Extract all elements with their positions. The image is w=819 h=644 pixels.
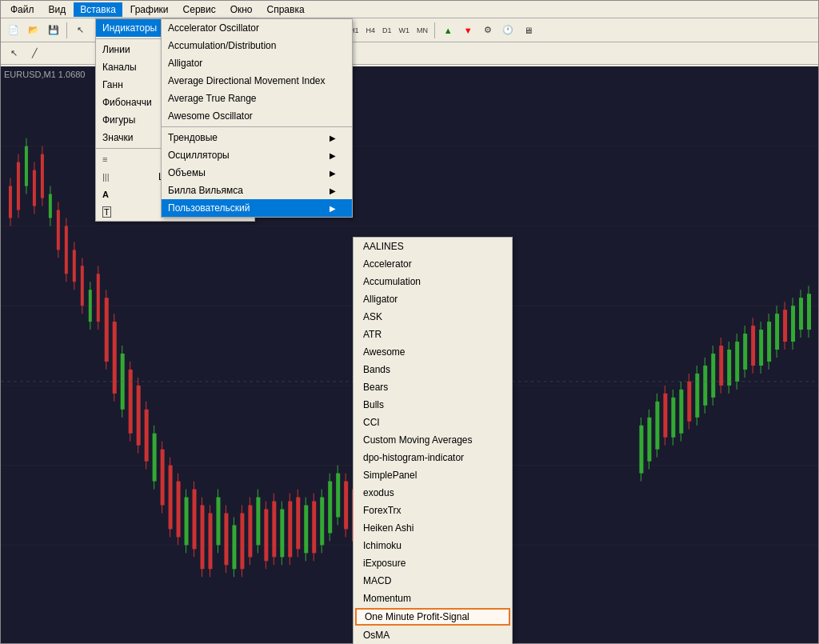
ind-trending-label: Трендовые xyxy=(168,132,218,143)
ind-sep xyxy=(162,126,352,127)
ind-accumulation-label: Accumulation/Distribution xyxy=(168,40,276,51)
ind-accelerator-label: Accelerator Oscillator xyxy=(168,22,259,34)
fibonacci-label: Фибоначчи xyxy=(102,97,152,108)
buy-btn[interactable]: ▲ xyxy=(438,21,457,40)
custom-item-1[interactable]: Accelerator xyxy=(354,255,512,273)
menu-bar: Файл Вид Вставка Графики Сервис Окно Спр… xyxy=(1,1,818,18)
custom-item-8[interactable]: Bears xyxy=(354,378,512,396)
custom-arrow: ▶ xyxy=(330,204,336,213)
icons-label: Значки xyxy=(102,132,134,143)
pitchfork-icon: ≡ xyxy=(102,154,107,164)
tf-w1[interactable]: W1 xyxy=(396,21,413,40)
custom-item-7[interactable]: Bands xyxy=(354,361,512,378)
ind-billswilliams-label: Билла Вильямса xyxy=(168,185,243,196)
toolbar-group-right: ▲ ▼ ⚙ 🕐 🖥 xyxy=(438,21,537,40)
chart-label: EURUSD,M1 1.0680 xyxy=(4,70,86,79)
indicators-label: Индикаторы xyxy=(102,22,157,34)
sep-5 xyxy=(434,22,435,38)
menu-charts[interactable]: Графики xyxy=(124,2,175,17)
custom-submenu: AALINESAcceleratorAccumulationAlligatorA… xyxy=(353,237,513,644)
ind-accelerator[interactable]: Accelerator Oscillator xyxy=(162,19,352,37)
custom-item-19[interactable]: MACD xyxy=(354,572,512,590)
ind-admi-label: Average Directional Movement Index xyxy=(168,75,326,86)
custom-item-4[interactable]: ASK xyxy=(354,308,512,326)
ind-awesome[interactable]: Awesome Oscillator xyxy=(162,107,352,125)
textlabel-icon: T xyxy=(102,206,111,218)
custom-item-12[interactable]: dpo-histogram-indicator xyxy=(354,449,512,466)
tf-h4[interactable]: H4 xyxy=(363,21,379,40)
custom-item-14[interactable]: exodus xyxy=(354,484,512,502)
menu-window[interactable]: Окно xyxy=(224,2,259,17)
ind-volumes-label: Объемы xyxy=(168,167,206,178)
draw-line[interactable]: ╱ xyxy=(25,44,44,63)
volumes-arrow: ▶ xyxy=(330,169,336,178)
ind-awesome-label: Awesome Oscillator xyxy=(168,110,253,122)
custom-item-0[interactable]: AALINES xyxy=(354,238,512,255)
menu-file[interactable]: Файл xyxy=(4,2,41,17)
ind-alligator-label: Alligator xyxy=(168,58,202,69)
ind-oscillators[interactable]: Осцилляторы ▶ xyxy=(162,146,352,164)
text-icon: A xyxy=(102,190,109,199)
custom-item-17[interactable]: Ichimoku xyxy=(354,537,512,554)
custom-item-2[interactable]: Accumulation xyxy=(354,273,512,290)
menu-service[interactable]: Сервис xyxy=(177,2,222,17)
toolbar-group-1: 📄 📂 💾 xyxy=(4,21,63,40)
ind-oscillators-label: Осцилляторы xyxy=(168,150,230,161)
tf-mn[interactable]: MN xyxy=(413,21,431,40)
channels-label: Каналы xyxy=(102,62,137,73)
figures-label: Фигуры xyxy=(102,114,135,126)
menu-help[interactable]: Справка xyxy=(261,2,311,17)
clock-btn[interactable]: 🕐 xyxy=(498,21,517,40)
custom-item-21[interactable]: One Minute Profit-Signal xyxy=(355,608,510,626)
ind-trending[interactable]: Трендовые ▶ xyxy=(162,129,352,146)
cycle-icon: ||| xyxy=(102,172,110,182)
monitor-btn[interactable]: 🖥 xyxy=(518,21,537,40)
sep-1 xyxy=(66,22,67,38)
draw-cursor[interactable]: ↖ xyxy=(4,44,23,63)
custom-item-18[interactable]: iExposure xyxy=(354,554,512,572)
custom-item-13[interactable]: SimplePanel xyxy=(354,466,512,484)
save-btn[interactable]: 💾 xyxy=(44,21,63,40)
sell-btn[interactable]: ▼ xyxy=(458,21,477,40)
custom-item-5[interactable]: ATR xyxy=(354,326,512,343)
custom-item-16[interactable]: Heiken Ashi xyxy=(354,519,512,537)
custom-item-3[interactable]: Alligator xyxy=(354,290,512,308)
cursor-btn[interactable]: ↖ xyxy=(70,21,90,40)
indicators-submenu: Accelerator Oscillator Accumulation/Dist… xyxy=(161,18,353,218)
menu-view[interactable]: Вид xyxy=(42,2,73,17)
settings-btn[interactable]: ⚙ xyxy=(478,21,497,40)
ind-bills-williams[interactable]: Билла Вильямса ▶ xyxy=(162,182,352,199)
custom-item-20[interactable]: Momentum xyxy=(354,590,512,607)
custom-item-9[interactable]: Bulls xyxy=(354,396,512,414)
gann-label: Ганн xyxy=(102,79,123,90)
ind-alligator[interactable]: Alligator xyxy=(162,54,352,72)
ind-custom-label: Пользовательский xyxy=(168,202,250,214)
custom-item-11[interactable]: Custom Moving Averages xyxy=(354,431,512,449)
new-chart-btn[interactable]: 📄 xyxy=(4,21,23,40)
open-btn[interactable]: 📂 xyxy=(24,21,43,40)
oscillators-arrow: ▶ xyxy=(330,151,336,160)
menu-insert[interactable]: Вставка xyxy=(74,2,122,17)
ind-atr-label: Average True Range xyxy=(168,93,257,104)
tf-d1[interactable]: D1 xyxy=(379,21,395,40)
ind-volumes[interactable]: Объемы ▶ xyxy=(162,164,352,182)
custom-item-6[interactable]: Awesome xyxy=(354,343,512,361)
custom-item-15[interactable]: ForexTrx xyxy=(354,502,512,519)
ind-admi[interactable]: Average Directional Movement Index xyxy=(162,72,352,90)
custom-item-10[interactable]: CCI xyxy=(354,414,512,431)
main-window: Файл Вид Вставка Графики Сервис Окно Спр… xyxy=(0,0,819,644)
billswilliams-arrow: ▶ xyxy=(330,186,336,195)
custom-item-22[interactable]: OsMA xyxy=(354,626,512,644)
ind-atr[interactable]: Average True Range xyxy=(162,90,352,107)
ind-accumulation[interactable]: Accumulation/Distribution xyxy=(162,37,352,54)
ind-custom[interactable]: Пользовательский ▶ xyxy=(162,199,352,217)
lines-label: Линии xyxy=(102,44,130,55)
trending-arrow: ▶ xyxy=(330,134,336,142)
